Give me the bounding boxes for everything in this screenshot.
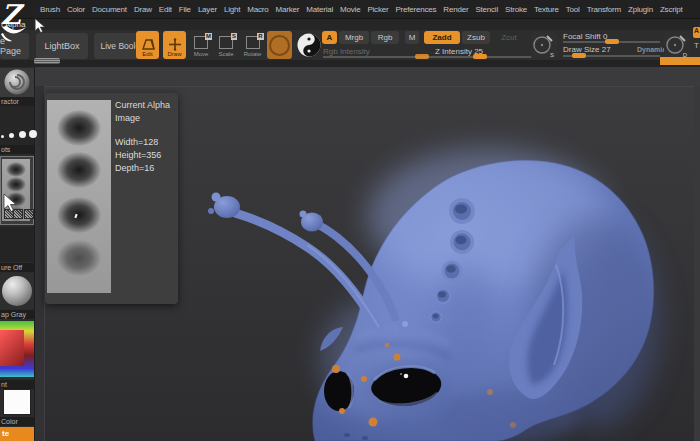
draw-curve-button[interactable]: D [664, 32, 690, 59]
dynamic-label: Dynamic [637, 46, 666, 53]
menu-item-brush[interactable]: Brush [40, 5, 60, 14]
edit-icon [140, 38, 156, 51]
rotate-icon: R [246, 36, 260, 49]
tooltip-depth: Depth=16 [115, 162, 170, 175]
shelf-divider [0, 60, 700, 67]
alpha-stamp-icon [24, 209, 34, 219]
stroke-dot [29, 130, 37, 138]
draw-button[interactable]: Draw [163, 31, 186, 59]
draw-size-handle[interactable] [572, 53, 586, 58]
svg-text:Z: Z [1, 0, 25, 30]
left-shelf: ractor ots ure Off ap Gray [0, 67, 35, 441]
mrgb-button[interactable]: Mrgb [339, 31, 369, 44]
tooltip-width: Width=128 [115, 136, 170, 149]
edit-button[interactable]: Edit [136, 31, 159, 59]
menu-item-material[interactable]: Material [306, 5, 333, 14]
zsub-button[interactable]: Zsub [462, 31, 490, 44]
current-brush-preview[interactable] [267, 31, 292, 59]
zadd-button[interactable]: Zadd [424, 31, 460, 44]
zbrush-logo: Z [0, 0, 34, 44]
scale-icon: S [219, 36, 233, 49]
rgb-button[interactable]: Rgb [371, 31, 399, 44]
menu-item-preferences[interactable]: Preferences [395, 5, 436, 14]
brush-name-label: ractor [0, 97, 34, 106]
stroke-curve-button[interactable]: S [531, 32, 557, 59]
draw-label: Draw [167, 51, 181, 58]
main-color-swatch[interactable] [3, 389, 31, 415]
rotate-label: Rotate [244, 51, 262, 58]
stroke-dot [19, 131, 26, 138]
mode-a-button[interactable]: A [322, 31, 337, 44]
cursor-arrow-top [34, 18, 45, 33]
scale-badge: S [231, 33, 237, 40]
edge-clipped-a-button[interactable]: A [693, 27, 700, 38]
brush-sphere-icon [0, 68, 34, 97]
brush-thumbnail[interactable] [0, 68, 34, 97]
menu-item-movie[interactable]: Movie [340, 5, 360, 14]
menu-item-zplugin[interactable]: Zplugin [628, 5, 653, 14]
divider-orange-handle[interactable] [660, 57, 700, 65]
focal-shift-label: Focal Shift 0 [563, 32, 607, 41]
menu-item-edit[interactable]: Edit [159, 5, 172, 14]
zbrush-window: BrushColorDocumentDrawEditFileLayerLight… [0, 0, 700, 441]
picker-label: nt [0, 380, 34, 389]
menu-item-tool[interactable]: Tool [566, 5, 580, 14]
stroke-dot [9, 133, 14, 138]
focal-shift-handle[interactable] [605, 39, 619, 44]
texture-name-label: ure Off [0, 263, 34, 272]
material-thumbnail[interactable] [0, 273, 34, 309]
color-picker[interactable] [0, 321, 34, 377]
alpha-preview-large [47, 100, 111, 293]
lightbox-button[interactable]: LightBox [36, 33, 88, 59]
zcut-button[interactable]: Zcut [496, 31, 522, 44]
move-label: Move [194, 51, 209, 58]
menu-item-draw[interactable]: Draw [134, 5, 152, 14]
rotate-badge: R [257, 33, 263, 40]
material-sphere [2, 276, 32, 306]
bottom-orange-button[interactable]: te [0, 427, 34, 441]
menu-item-stencil[interactable]: Stencil [475, 5, 498, 14]
menu-item-macro[interactable]: Macro [247, 5, 268, 14]
stroke-curve-letter: S [550, 52, 554, 58]
top-shelf: e Page LightBox Live Boolean Edit Draw M… [0, 30, 700, 60]
menu-item-transform[interactable]: Transform [587, 5, 621, 14]
menu-item-layer[interactable]: Layer [198, 5, 217, 14]
menu-item-texture[interactable]: Texture [534, 5, 559, 14]
menu-items: BrushColorDocumentDrawEditFileLayerLight… [40, 0, 683, 18]
brush-ring-icon [269, 35, 290, 56]
edit-label: Edit [142, 51, 152, 58]
swatch-label: Color [0, 417, 34, 426]
menu-item-file[interactable]: File [179, 5, 191, 14]
tooltip-title-1: Current Alpha [115, 99, 170, 112]
scale-label: Scale [218, 51, 233, 58]
divider-grip-handle[interactable] [34, 58, 60, 64]
menu-item-zscript[interactable]: Zscript [660, 5, 683, 14]
tooltip-height: Height=356 [115, 149, 170, 162]
menu-item-marker[interactable]: Marker [275, 5, 299, 14]
texture-thumbnail[interactable] [0, 227, 34, 262]
tooltip-title-2: Image [115, 112, 170, 125]
draw-size-label: Draw Size 27 [563, 45, 611, 54]
z-intensity-handle[interactable] [473, 54, 487, 59]
rgb-intensity-track[interactable] [323, 56, 451, 58]
edge-clipped-t-label: T [694, 41, 699, 50]
draw-icon [168, 38, 182, 51]
scale-button[interactable]: S Scale [216, 31, 236, 59]
menu-item-render[interactable]: Render [443, 5, 468, 14]
rotate-button[interactable]: R Rotate [242, 31, 263, 59]
color-picker-sv-square[interactable] [0, 330, 24, 366]
cursor-arrow-main [3, 193, 16, 212]
material-sphere-icon[interactable] [296, 32, 322, 58]
stroke-thumbnail[interactable] [0, 106, 34, 145]
menu-item-stroke[interactable]: Stroke [505, 5, 527, 14]
menu-item-picker[interactable]: Picker [367, 5, 388, 14]
hint-row: t Alpha [0, 19, 700, 30]
move-button[interactable]: M Move [191, 31, 211, 59]
menu-bar: BrushColorDocumentDrawEditFileLayerLight… [0, 0, 700, 19]
rgb-intensity-handle[interactable] [415, 54, 429, 59]
menu-item-color[interactable]: Color [67, 5, 85, 14]
alpha-tooltip: Current Alpha Image Width=128 Height=356… [45, 93, 178, 304]
menu-item-document[interactable]: Document [92, 5, 127, 14]
m-button[interactable]: M [405, 31, 419, 44]
menu-item-light[interactable]: Light [224, 5, 240, 14]
